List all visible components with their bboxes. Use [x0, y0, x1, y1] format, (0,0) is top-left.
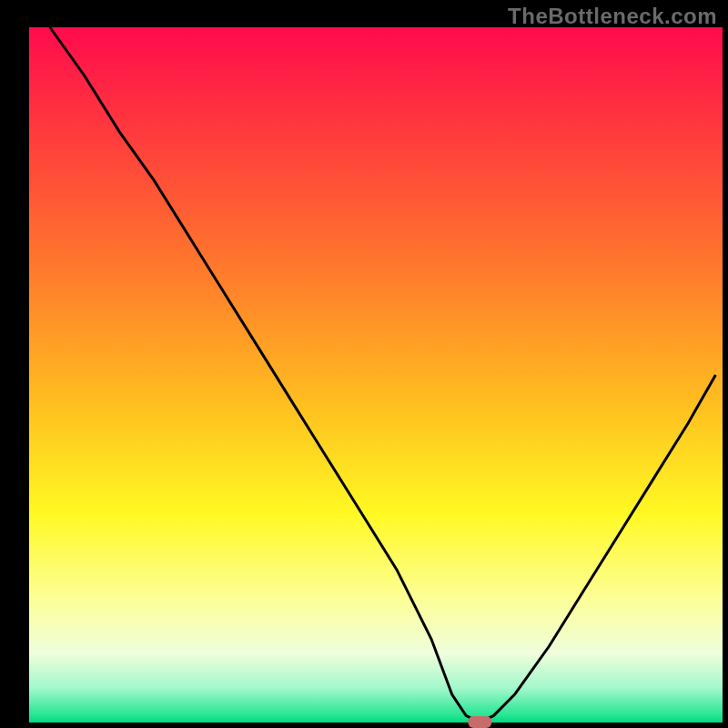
gradient-background — [29, 27, 723, 723]
chart-plot-area — [0, 0, 728, 728]
optimal-point-marker — [468, 716, 491, 728]
bottleneck-chart: TheBottleneck.com — [0, 0, 728, 728]
watermark-text: TheBottleneck.com — [508, 4, 717, 29]
